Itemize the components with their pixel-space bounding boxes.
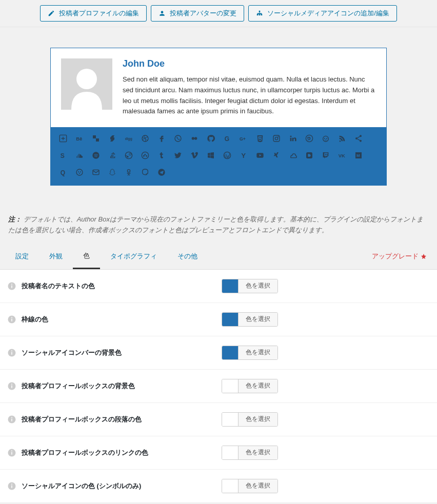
social-icons-label: ソーシャルメディアアイコンの追加/編集 (267, 9, 389, 18)
color-picker[interactable]: 色を選択 (222, 412, 278, 427)
youtube-icon[interactable] (256, 151, 264, 161)
color-setting-row: ソーシャルアイコンの色 (シンボルのみ)色を選択 (0, 470, 437, 503)
svg-text:Q: Q (61, 169, 65, 176)
color-picker[interactable]: 色を選択 (222, 312, 278, 327)
edit-profile-label: 投稿者プロファイルの編集 (59, 9, 139, 18)
flickr-icon[interactable] (190, 134, 198, 144)
deviantart-icon[interactable] (108, 134, 116, 144)
mixcloud-icon[interactable] (289, 151, 297, 161)
mastodon-icon[interactable] (141, 168, 149, 178)
tab-other[interactable]: その他 (167, 245, 208, 268)
author-name[interactable]: John Doe (123, 58, 376, 69)
vk-icon[interactable]: VK (338, 151, 346, 161)
skype-icon[interactable]: S (59, 151, 67, 161)
info-icon (7, 448, 16, 457)
instagram-icon[interactable] (272, 134, 281, 144)
upgrade-label: アップグレード (372, 252, 419, 261)
svg-text:digg: digg (125, 137, 132, 142)
delicious-icon[interactable] (92, 134, 100, 144)
svg-rect-61 (11, 418, 12, 421)
blogger-icon[interactable] (305, 151, 313, 161)
html5-icon[interactable] (256, 134, 264, 144)
tab-typography[interactable]: タイポグラフィ (100, 245, 167, 268)
xing-icon[interactable] (272, 151, 281, 161)
color-swatch[interactable] (222, 346, 239, 360)
svg-point-53 (11, 317, 12, 318)
change-avatar-button[interactable]: 投稿者アバターの変更 (151, 5, 244, 22)
svg-point-65 (11, 450, 12, 451)
color-picker[interactable]: 色を選択 (222, 346, 278, 360)
select-color-button[interactable]: 色を選択 (239, 412, 277, 427)
svg-rect-3 (261, 14, 262, 15)
select-color-button[interactable]: 色を選択 (239, 479, 277, 493)
yahoo-icon[interactable]: Y (240, 151, 248, 161)
telegram-icon[interactable] (157, 168, 166, 178)
settings-tabs: 設定 外観 色 タイポグラフィ その他 アップグレード (0, 244, 437, 270)
color-picker[interactable]: 色を選択 (222, 446, 278, 460)
reddit-icon[interactable] (322, 134, 330, 144)
upgrade-link[interactable]: アップグレード (372, 252, 432, 261)
linkedin-icon[interactable] (289, 134, 297, 144)
stumbleupon-icon[interactable] (141, 151, 149, 161)
color-picker[interactable]: 色を選択 (222, 279, 278, 293)
facebook-icon[interactable] (157, 134, 166, 144)
rss-icon[interactable] (338, 134, 346, 144)
color-picker[interactable]: 色を選択 (222, 379, 278, 393)
plus-icon[interactable] (59, 134, 67, 144)
select-color-button[interactable]: 色を選択 (239, 346, 277, 360)
windows-icon[interactable] (207, 151, 215, 161)
select-color-button[interactable]: 色を選択 (239, 279, 277, 293)
tumblr-icon[interactable] (157, 151, 166, 161)
tab-settings[interactable]: 設定 (5, 245, 39, 268)
google-icon[interactable]: G (223, 134, 231, 144)
stackoverflow-icon[interactable] (108, 151, 116, 161)
setting-label: 投稿者名のテキストの色 (22, 281, 222, 291)
wordpress-icon[interactable] (223, 151, 231, 161)
svg-point-30 (129, 153, 131, 155)
pinterest-icon[interactable] (305, 134, 313, 144)
googleplus-icon[interactable]: G+ (240, 134, 248, 144)
behance-icon[interactable]: Bē (75, 134, 84, 144)
svg-text:S: S (61, 152, 65, 159)
digg-icon[interactable]: digg (125, 134, 133, 144)
svg-text:Y: Y (241, 152, 246, 160)
twitter-icon[interactable] (174, 151, 182, 161)
avatar-placeholder-icon (61, 58, 112, 110)
svg-rect-55 (11, 352, 12, 354)
svg-rect-0 (259, 11, 260, 12)
quora-icon[interactable]: Q (59, 168, 67, 178)
edit-profile-button[interactable]: 投稿者プロファイルの編集 (40, 5, 147, 22)
tab-appearance[interactable]: 外観 (39, 245, 73, 268)
author-box-top: John Doe Sed non elit aliquam, tempor ni… (51, 48, 386, 127)
envelope-icon[interactable] (92, 168, 100, 178)
color-swatch[interactable] (222, 446, 239, 460)
steam-icon[interactable] (125, 151, 133, 161)
select-color-button[interactable]: 色を選択 (239, 312, 277, 327)
whatsapp-icon[interactable] (174, 134, 182, 144)
medium-icon[interactable]: M (354, 151, 363, 161)
color-swatch[interactable] (222, 312, 239, 327)
odnoklassniki-icon[interactable] (125, 168, 133, 178)
meetup-icon[interactable] (75, 168, 84, 178)
select-color-button[interactable]: 色を選択 (239, 446, 277, 460)
vimeo-icon[interactable] (190, 151, 198, 161)
svg-rect-17 (273, 135, 280, 142)
select-color-button[interactable]: 色を選択 (239, 379, 277, 393)
share-icon[interactable] (354, 134, 363, 144)
twitch-icon[interactable] (322, 151, 330, 161)
color-setting-row: 投稿者名のテキストの色色を選択 (0, 270, 437, 303)
svg-point-12 (175, 135, 181, 142)
spotify-icon[interactable] (92, 151, 100, 161)
social-icons-button[interactable]: ソーシャルメディアアイコンの追加/編集 (248, 5, 397, 22)
soundcloud-icon[interactable] (75, 151, 84, 161)
color-swatch[interactable] (222, 379, 239, 393)
github-icon[interactable] (207, 134, 215, 144)
snapchat-icon[interactable] (108, 168, 116, 178)
color-swatch[interactable] (222, 279, 239, 293)
color-swatch[interactable] (222, 412, 239, 427)
tab-color[interactable]: 色 (73, 244, 100, 269)
svg-point-26 (360, 140, 362, 142)
color-swatch[interactable] (222, 479, 239, 493)
color-picker[interactable]: 色を選択 (222, 479, 278, 493)
dribbble-icon[interactable] (141, 134, 149, 144)
